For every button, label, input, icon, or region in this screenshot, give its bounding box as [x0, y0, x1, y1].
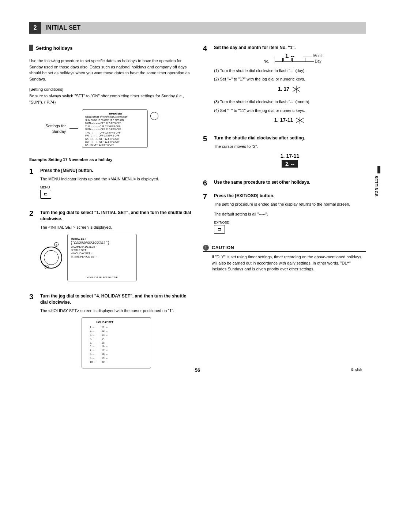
step-1-text: The MENU indicator lights up and the <MA… [40, 176, 192, 182]
step-6: 6 Use the same procedure to set other ho… [203, 179, 366, 188]
caution-title: CAUTION [212, 245, 234, 250]
holiday-row: 13. -- [102, 333, 108, 337]
sunday-settings-label: Settings for Sunday [40, 123, 66, 134]
chapter-number: 2 [29, 22, 41, 34]
jog-arrows-icon [294, 117, 305, 123]
exit-osd-button-icon [214, 225, 225, 234]
step-3-text: The <HOLIDAY SET> screen is displayed wi… [40, 308, 192, 314]
pointer-line-icon [69, 128, 78, 129]
label-day: Day [315, 59, 321, 63]
chapter-header: 2 INITIAL SET [29, 22, 366, 34]
step-5-text: The cursor moves to "2". [214, 143, 366, 150]
jog-value-2: 1. 17-11 [274, 117, 293, 123]
step-4-sub-4: (4) Set "--" to "11" with the jog dial o… [214, 108, 366, 114]
step-3: 3 Turn the jog dial to select "4. HOLIDA… [29, 293, 192, 368]
step-4-sub-1: (1) Turn the shuttle dial clockwise to f… [214, 68, 366, 74]
caution-icon: ! [203, 245, 209, 251]
holiday-row: 5. -- [90, 341, 96, 345]
svg-line-0 [293, 87, 296, 89]
svg-line-5 [296, 89, 300, 91]
timer-set-row: EXT IN OFF 12.5 FPS OFF [85, 143, 146, 146]
step-5-display-line-1: 1. 17-11 [214, 153, 366, 159]
holiday-row: 9. -- [90, 356, 96, 360]
page-number: 56 [0, 367, 395, 373]
step-7-title: Press the [EXIT/OSD] button. [214, 193, 366, 199]
timer-set-row: THU --:-- --:-- OFF 12.5 FPS OFF [85, 131, 146, 134]
initial-set-item: 3.TITLE SET · [71, 248, 133, 252]
holiday-row: 19. -- [102, 356, 108, 360]
timer-set-diagram: Settings for Sunday TIMER SET WEEK START… [40, 109, 192, 148]
step-2-text: The <INITIAL SET> screen is displayed. [40, 224, 192, 231]
step-5-diagram: 1. 17-11 2. -- [214, 153, 366, 168]
holiday-row: 17. -- [102, 349, 108, 353]
holiday-row: 8. -- [90, 352, 96, 356]
step-4: 4 Set the day and month for item No. "1"… [203, 45, 366, 130]
step-7-text-1: The setting procedure is ended and the d… [214, 201, 366, 207]
svg-line-2 [296, 87, 300, 89]
step-3-title: Turn the jog dial to select "4. HOLIDAY … [40, 293, 192, 306]
holiday-row: 10. -- [90, 360, 96, 364]
right-column: 4 Set the day and month for item No. "1"… [203, 45, 366, 374]
holiday-row: 18. -- [102, 352, 108, 356]
holiday-row: 11. -- [102, 326, 108, 330]
step-1-title: Press the [MENU] button. [40, 168, 192, 174]
holiday-set-title: HOLIDAY SET [86, 321, 147, 324]
step-7: 7 Press the [EXIT/OSD] button. The setti… [203, 193, 366, 240]
holiday-row: 14. -- [102, 337, 108, 341]
caution-body: If "DLY" is set using timer settings, ti… [203, 254, 366, 272]
step-4-title: Set the day and month for item No. "1". [214, 45, 366, 51]
initial-set-item: 5.TIME PERIOD SET · [71, 255, 133, 258]
svg-line-11 [300, 120, 304, 123]
holiday-col-left: 1. -- 2. -- 3. -- 4. -- 5. -- 6. -- 7. -… [90, 326, 96, 364]
step-2: 2 Turn the jog dial to select "1. INITIA… [29, 210, 192, 288]
holiday-row: 2. -- [90, 329, 96, 333]
menu-button-label: MENU [40, 186, 192, 189]
holiday-col-right: 11. -- 12. -- 13. -- 14. -- 15. -- 16. -… [102, 326, 108, 364]
jog-figure-1: 1. 17 [214, 85, 366, 94]
exit-osd-button-diagram: EXIT/OSD [214, 221, 366, 234]
menu-button-icon [40, 190, 51, 199]
jog-value-1: 1. 17 [278, 86, 289, 92]
holiday-row: 16. -- [102, 345, 108, 349]
dial-tag-1: 1 [45, 265, 49, 269]
step-4-sub-3: (3) Turn the shuttle dial clockwise to f… [214, 99, 366, 105]
left-column: Setting holidays Use the following proce… [29, 45, 192, 374]
callout-circle-icon [150, 112, 158, 120]
svg-line-9 [296, 120, 300, 123]
section-heading: Setting holidays [29, 45, 192, 51]
initial-set-screen: INITIAL SET 1.LAUNGUAGE/CLOCK SET · 2.CA… [67, 234, 137, 281]
step-number: 2 [29, 210, 37, 288]
caution-block: ! CAUTION If "DLY" is set using timer se… [203, 245, 366, 272]
initial-set-item: 2.CAMERA DETECT · [71, 245, 133, 248]
timer-set-row: DLY --:-- --:-- OFF 12.5 FPS OFF [85, 141, 146, 143]
screen-hint-text: MOVE:JOG SELECT:SHUTTLE [68, 276, 136, 279]
jog-arrows-icon [291, 86, 302, 92]
intro-paragraph: Use the following procedure to set speci… [29, 58, 192, 82]
setting-conditions-text: Be sure to always switch "SET" to "ON" a… [29, 93, 192, 105]
timer-set-row: FRI --:-- --:-- OFF 12.5 FPS OFF [85, 134, 146, 137]
step-2-title: Turn the jog dial to select "1. INITIAL … [40, 210, 192, 222]
bracket-icon [283, 58, 291, 62]
initial-set-item: 4.HOLIDAY SET · [71, 252, 133, 255]
timer-set-row: TUE --:-- --:-- OFF 12.5 FPS OFF [85, 125, 146, 128]
holiday-row: 12. -- [102, 329, 108, 333]
holiday-row: 20. -- [102, 360, 108, 364]
example-title: Example: Setting 17 November as a holida… [29, 157, 192, 162]
dial-tag-2: 2 [54, 242, 59, 247]
step-number: 5 [203, 135, 210, 174]
step-number: 7 [203, 193, 210, 240]
holiday-row: 15. -- [102, 341, 108, 345]
holiday-set-screen: HOLIDAY SET 1. -- 2. -- 3. -- 4. -- 5. -… [82, 317, 151, 368]
thumb-tab-mark [377, 166, 380, 173]
svg-line-6 [296, 118, 300, 120]
step-number: 4 [203, 45, 210, 130]
setting-conditions-label: [Setting conditions] [29, 87, 192, 91]
step-5-title: Turn the shuttle dial clockwise after se… [214, 135, 366, 141]
holiday-row: 7. -- [90, 349, 96, 353]
heading-bar-icon [29, 45, 33, 51]
language-label: English [351, 368, 362, 371]
timer-set-row: MON --:-- --:-- OFF 12.5 FPS OFF [85, 122, 146, 125]
step-5-display-cursor: 2. -- [282, 160, 298, 168]
step-1: 1 Press the [MENU] button. The MENU indi… [29, 168, 192, 205]
holiday-row: 4. -- [90, 337, 96, 341]
